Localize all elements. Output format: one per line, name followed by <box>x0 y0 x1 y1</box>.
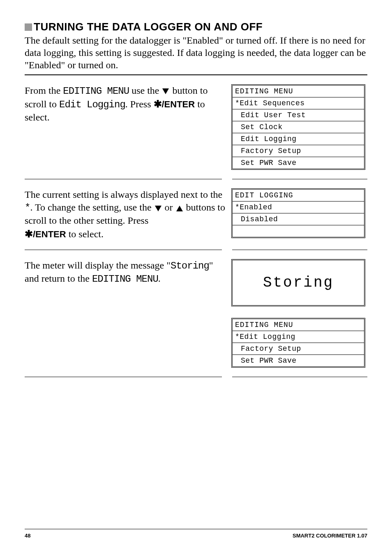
intro-paragraph: The default setting for the datalogger i… <box>25 34 367 71</box>
lcd-column: Storing EDITING MENU *Edit Logging Facto… <box>231 259 365 368</box>
text: . To change the setting, use the <box>30 202 154 213</box>
divider-thin <box>232 179 367 179</box>
lcd-header: EDITING MENU <box>233 319 364 331</box>
title-square-icon <box>25 23 32 31</box>
divider-row <box>25 250 367 250</box>
step-1-text: From the EDITING MENU use the button to … <box>25 84 228 124</box>
text: The current setting is always displayed … <box>25 189 222 200</box>
lcd-item: Edit User Test <box>233 109 364 121</box>
lcd-item: Factory Setup <box>233 343 364 355</box>
text: use the <box>129 85 161 96</box>
divider-thin <box>25 377 222 377</box>
divider-row <box>25 179 367 179</box>
mono-text: * <box>25 202 30 213</box>
lcd-storing-panel: Storing <box>231 259 365 306</box>
lcd-panel-3: EDITING MENU *Edit Logging Factory Setup… <box>231 318 365 368</box>
step-3-text: The meter will display the message "Stor… <box>25 259 228 285</box>
step-3: The meter will display the message "Stor… <box>25 259 367 368</box>
storing-text: Storing <box>263 274 334 291</box>
text: The meter will display the message " <box>25 260 171 271</box>
text: . Press <box>125 99 154 109</box>
product-name: SMART2 COLORIMETER 1.07 <box>293 533 367 539</box>
text: or <box>162 202 175 213</box>
mono-text: EDITING MENU <box>63 86 129 97</box>
lcd-selected-item: *Edit Logging <box>233 331 364 343</box>
text: . <box>158 273 161 284</box>
lcd-empty-row <box>233 225 364 237</box>
asterisk-icon: ✱ <box>154 98 162 109</box>
up-arrow-icon <box>176 206 183 211</box>
mono-text: Edit Logging <box>59 99 125 110</box>
lcd-item: Factory Setup <box>233 145 364 157</box>
text: From the <box>25 85 63 96</box>
title-line: TURNING THE DATA LOGGER ON AND OFF <box>25 21 367 33</box>
lcd-selected-item: *Enabled <box>233 202 364 213</box>
down-arrow-icon <box>155 206 161 211</box>
step-2: The current setting is always displayed … <box>25 188 367 241</box>
divider-thin <box>25 179 222 179</box>
step-1: From the EDITING MENU use the button to … <box>25 84 367 170</box>
step-2-text: The current setting is always displayed … <box>25 188 228 241</box>
mono-text: EDITING MENU <box>92 273 158 285</box>
down-arrow-icon <box>162 88 169 94</box>
asterisk-icon: ✱ <box>25 228 33 239</box>
lcd-item: Edit Logging <box>233 133 364 145</box>
lcd-item: Set Clock <box>233 121 364 133</box>
divider-row <box>25 377 367 377</box>
lcd-item: Set PWR Save <box>233 355 364 366</box>
lcd-panel-2: EDIT LOGGING *Enabled Disabled <box>231 188 365 238</box>
divider-thin <box>232 250 367 250</box>
lcd-selected-item: *Edit Sequences <box>233 97 364 109</box>
page-footer: 48 SMART2 COLORIMETER 1.07 <box>25 529 367 539</box>
divider-thin <box>25 250 222 250</box>
lcd-item: Set PWR Save <box>233 157 364 169</box>
mono-text: Storing <box>171 260 209 271</box>
text: to select. <box>66 229 104 239</box>
lcd-header: EDIT LOGGING <box>233 190 364 202</box>
section-title: TURNING THE DATA LOGGER ON AND OFF <box>34 21 263 33</box>
page-number: 48 <box>25 533 30 539</box>
enter-key: /ENTER <box>162 99 195 109</box>
divider-thick <box>25 74 367 75</box>
divider-thin <box>232 377 367 377</box>
enter-key: /ENTER <box>33 229 66 239</box>
lcd-panel-1: EDITING MENU *Edit Sequences Edit User T… <box>231 84 365 170</box>
lcd-item: Disabled <box>233 213 364 225</box>
lcd-header: EDITING MENU <box>233 86 364 97</box>
